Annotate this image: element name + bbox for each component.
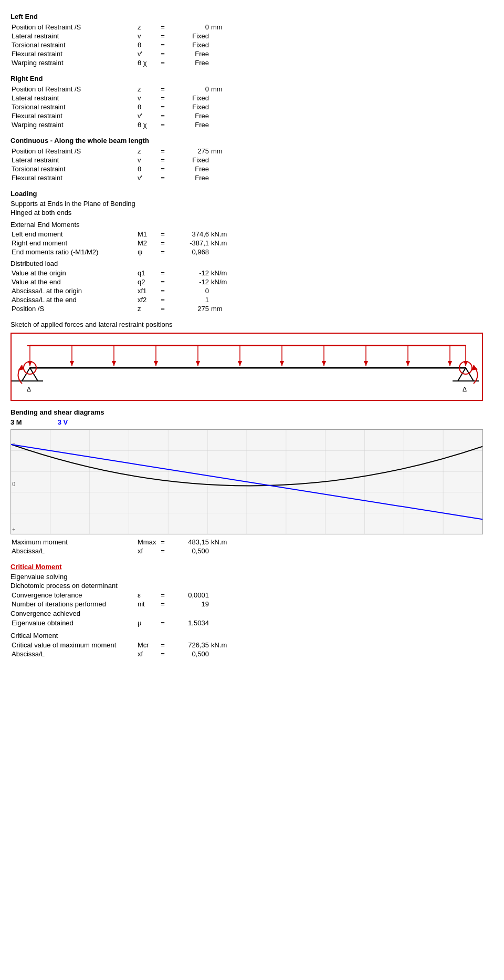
continuous-table: Position of Restraint /S z = 275 mm Late… [10, 147, 236, 182]
row-label: Position of Restraint /S [10, 147, 136, 156]
row-unit [210, 591, 236, 600]
row-symbol: nit [136, 600, 158, 608]
critical-moment-header: Critical Moment [10, 563, 494, 571]
svg-marker-17 [154, 361, 158, 366]
row-value: Free [168, 58, 210, 67]
svg-marker-24 [448, 361, 452, 366]
row-value: Free [168, 111, 210, 120]
max-moment-value: 483,15 [168, 538, 210, 546]
svg-text:0: 0 [12, 481, 15, 487]
row-value: 275 [168, 147, 210, 156]
row-unit: mm [210, 304, 236, 313]
table-row: Position of Restraint /S z = 275 mm [10, 147, 236, 156]
table-row: End moments ratio (-M1/M2) ψ = 0,968 [10, 247, 236, 256]
row-value: Fixed [168, 40, 210, 49]
row-symbol: xf1 [136, 286, 158, 295]
row-eq: = [158, 173, 168, 182]
row-eq: = [158, 120, 168, 129]
row-value: 1 [168, 295, 210, 304]
row-value: 0 [168, 286, 210, 295]
row-value: Free [168, 120, 210, 129]
row-label: Torsional restraint [10, 40, 136, 49]
row-symbol: v [136, 156, 158, 164]
table-row: Lateral restraint v = Fixed [10, 32, 236, 40]
row-symbol: q1 [136, 269, 158, 277]
row-label: Abscissa/L at the origin [10, 286, 136, 295]
row-eq: = [158, 641, 168, 649]
table-row: Lateral restraint v = Fixed [10, 156, 236, 164]
row-value: 726,35 [168, 641, 210, 649]
row-unit: kN/m [210, 269, 236, 277]
sketch-header: Sketch of applied forces and lateral res… [10, 321, 494, 328]
row-unit [210, 600, 236, 608]
svg-marker-16 [112, 361, 116, 366]
row-label: Value at the end [10, 277, 136, 286]
row-unit [210, 247, 236, 256]
row-eq: = [158, 600, 168, 608]
external-moments-header: External End Moments [10, 221, 494, 229]
row-symbol: xf2 [136, 295, 158, 304]
row-eq: = [158, 164, 168, 173]
row-symbol: Mcr [136, 641, 158, 649]
row-value: -12 [168, 269, 210, 277]
table-row: Torsional restraint θ = Free [10, 164, 236, 173]
svg-marker-20 [280, 361, 284, 366]
chart-label-m: 3 M [10, 418, 22, 426]
row-unit [210, 94, 236, 102]
row-unit: kN.m [210, 239, 236, 247]
table-row: Flexural restraint v' = Free [10, 173, 236, 182]
row-value: 19 [168, 600, 210, 608]
row-symbol: θ [136, 40, 158, 49]
eigenvalue-header: Eigenvalue solving [10, 573, 494, 581]
row-eq: = [158, 304, 168, 313]
eigenvalue-value: 1,5034 [168, 618, 210, 627]
row-eq: = [158, 111, 168, 120]
abscissa-value: 0,500 [168, 546, 210, 555]
left-end-header: Left End [10, 13, 494, 20]
row-label: Position of Restraint /S [10, 85, 136, 94]
svg-text:Δ: Δ [27, 386, 31, 393]
row-value: 374,6 [168, 230, 210, 239]
row-unit [210, 120, 236, 129]
row-label: Torsional restraint [10, 164, 136, 173]
svg-marker-18 [196, 361, 200, 366]
row-label: Warping restraint [10, 58, 136, 67]
convergence-table: Convergence tolerance ε = 0,0001 Number … [10, 591, 236, 608]
loading-section: Loading Supports at Ends in the Plane of… [10, 190, 494, 313]
max-moment-unit: kN.m [210, 538, 236, 546]
row-value: Fixed [168, 32, 210, 40]
supports-header: Supports at Ends in the Plane of Bending [10, 200, 494, 208]
row-label: Flexural restraint [10, 111, 136, 120]
eigenvalue-symbol: μ [136, 618, 158, 627]
svg-marker-23 [406, 361, 410, 366]
loading-header: Loading [10, 190, 494, 198]
row-label: Lateral restraint [10, 94, 136, 102]
row-label: Lateral restraint [10, 156, 136, 164]
row-label: Convergence tolerance [10, 591, 136, 600]
row-value: 275 [168, 304, 210, 313]
row-symbol: θ χ [136, 58, 158, 67]
eigenvalue-label: Eigenvalue obtained [10, 618, 136, 627]
row-value: 0 [168, 23, 210, 32]
bending-shear-section: Bending and shear diagrams 3 M 3 V [10, 408, 494, 555]
left-end-table: Position of Restraint /S z = 0 mm Latera… [10, 23, 236, 67]
row-symbol: z [136, 304, 158, 313]
svg-marker-21 [322, 361, 326, 366]
table-row: Value at the origin q1 = -12 kN/m [10, 269, 236, 277]
row-unit [210, 49, 236, 58]
row-symbol: v' [136, 49, 158, 58]
svg-text:Δ: Δ [463, 386, 467, 393]
row-eq: = [158, 156, 168, 164]
left-end-section: Left End Position of Restraint /S z = 0 … [10, 13, 494, 67]
dichotomic-text: Dichotomic process on determinant [10, 582, 494, 590]
table-row: Abscissa/L at the end xf2 = 1 [10, 295, 236, 304]
row-value: -12 [168, 277, 210, 286]
row-eq: = [158, 649, 168, 658]
row-symbol: θ [136, 102, 158, 111]
row-unit [210, 286, 236, 295]
row-unit [210, 40, 236, 49]
eigenvalue-unit [210, 618, 236, 627]
row-unit [210, 295, 236, 304]
row-value: Free [168, 164, 210, 173]
bending-shear-chart: − 0 + [10, 429, 483, 534]
